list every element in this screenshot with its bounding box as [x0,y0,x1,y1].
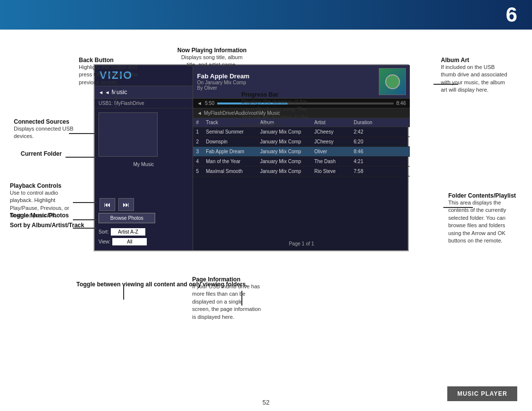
track-num: 3 [196,149,206,154]
music-label: Music [112,89,127,96]
track-num: 2 [196,139,206,144]
track-num: 5 [196,169,206,174]
page-info: Page 1 of 1 [193,241,410,246]
music-header: ◄ ◄ Music [95,86,193,99]
view-label: View: [99,239,110,244]
track-album: January Mix Comp [260,159,314,164]
browse-photos-button[interactable]: Browse Photos [99,213,155,223]
track-artist: JCheesy [314,139,354,144]
track-duration: 8:46 [354,149,381,154]
line-folder-contents [443,207,473,208]
track-album: January Mix Comp [260,139,314,144]
top-banner: 6 [0,0,532,30]
track-duration: 7:58 [354,169,381,174]
annotation-now-playing: Now Playing Information Displays song ti… [177,47,247,69]
page-label: 52 [263,399,269,406]
table-row[interactable]: 5 Maximal Smooth January Mix Comp Rio St… [193,167,410,176]
col-artist: Artist [314,120,354,125]
track-artist: The Dash [314,159,354,164]
next-button[interactable]: ⏭ [118,198,134,211]
usb-label: USB1: MyFlashDrive [95,99,193,108]
album-art-figure [385,74,400,89]
annotation-back-button: Back Button Highlight this button and pr… [79,57,148,86]
track-num: 4 [196,159,206,164]
music-player-badge: MUSIC PLAYER [447,386,517,401]
track-name: Maximal Smooth [206,169,260,174]
line-connected [69,133,96,134]
play-triangle: ◄ [197,101,202,106]
progress-total: 8:46 [397,101,406,106]
song-title: Fab Apple Dream [197,72,375,80]
line-sort [73,228,97,229]
track-name: Seminal Summer [206,129,260,135]
annotation-page-info: Page Information If your USB thumb drive… [192,276,261,321]
track-artist: Oliver [314,149,354,154]
page-number: 6 [506,3,517,27]
album-art [379,68,406,95]
play-icon: ◄ ◄ [99,90,110,95]
left-panel: VIZIO ◄ ◄ Music USB1: MyFlashDrive My Mu… [95,65,193,250]
view-value[interactable]: All [112,238,147,245]
tracklist-body: 1 Seminal Summer January Mix Comp JChees… [193,127,410,176]
annotation-connected-sources: Connected Sources Displays connected USB… [14,118,83,140]
track-duration: 2:42 [354,129,381,135]
line-toggle [73,219,97,220]
track-name: Man of the Year [206,159,260,164]
folder-box [99,112,158,157]
track-album: January Mix Comp [260,169,314,174]
track-duration: 4:21 [354,159,381,164]
track-artist: Rio Steve [314,169,354,174]
song-artist: By Oliver [197,85,375,91]
on-label: On [197,80,203,85]
track-artist: JCheesy [314,129,354,135]
table-row[interactable]: 4 Man of the Year January Mix Comp The D… [193,157,410,167]
track-name: Fab Apple Dream [206,149,260,154]
by-label: By [197,85,203,91]
track-name: Downspin [206,139,260,144]
artist-name: Oliver [204,85,217,91]
col-duration: Duration [354,120,381,125]
path-triangle: ◄ [197,110,202,116]
col-num: # [196,120,206,125]
annotation-toggle-music: Toggle Music/Photos [10,212,69,219]
prev-button[interactable]: ⏮ [100,198,115,211]
playback-controls: ⏮ ⏭ [100,198,134,211]
track-album: January Mix Comp [260,149,314,154]
line-back-button [115,88,116,107]
track-num: 1 [196,129,206,135]
annotation-folder-contents: Folder Contents/Playlist This area displ… [448,192,517,244]
table-row[interactable]: 1 Seminal Summer January Mix Comp JChees… [193,127,410,137]
my-music-label: My Music [95,161,193,168]
annotation-album-art: Album Art If included on the USB thumb d… [441,57,510,94]
sort-value[interactable]: Artist A-Z [111,228,145,236]
sort-row: Sort: Artist A-Z [99,228,145,236]
track-duration: 6:20 [354,139,381,144]
song-album: On January Mix Comp [197,80,375,85]
line-album-art [433,84,458,85]
sort-label: Sort: [99,229,109,235]
line-toggle-viewing [123,285,124,300]
line-current-folder [66,157,96,158]
annotation-progress-bar: Progress Bar Displays the duration of th… [241,91,310,129]
album-name: January Mix Comp [205,80,246,85]
line-page-info [241,291,242,306]
line-playback [73,202,97,203]
table-row[interactable]: 3 Fab Apple Dream January Mix Comp Olive… [193,147,410,157]
view-row: View: All [99,238,147,245]
now-playing-info: Fab Apple Dream On January Mix Comp By O… [197,72,375,91]
table-row[interactable]: 2 Downspin January Mix Comp JCheesy 6:20 [193,137,410,147]
annotation-current-folder: Current Folder [21,150,62,157]
progress-current: 5:50 [205,101,214,106]
track-album: January Mix Comp [260,129,314,135]
